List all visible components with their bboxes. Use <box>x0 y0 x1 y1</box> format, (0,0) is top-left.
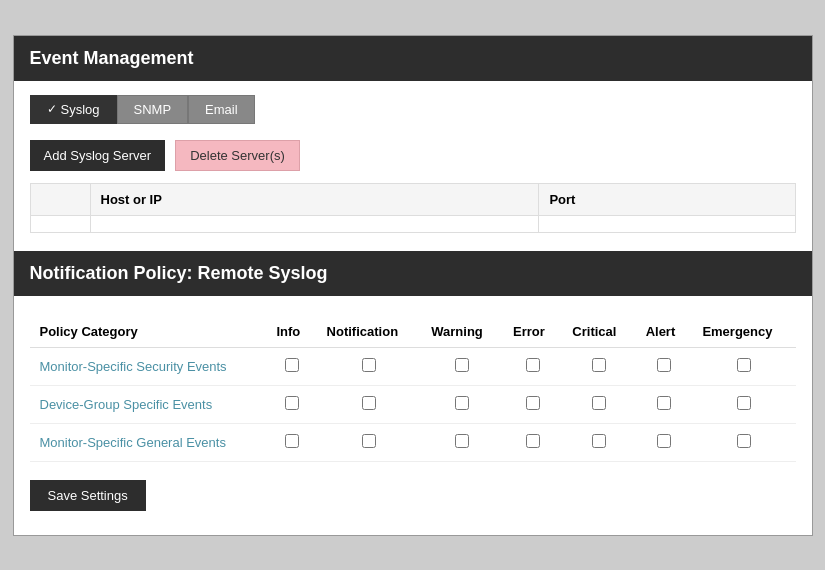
save-settings-button[interactable]: Save Settings <box>30 480 146 511</box>
policy-checkbox-cell <box>562 423 635 461</box>
policy-checkbox-cell <box>317 385 422 423</box>
policy-checkbox-cell <box>266 385 316 423</box>
policy-checkbox-cell <box>421 423 503 461</box>
policy-col-category: Policy Category <box>30 316 267 348</box>
policy-checkbox[interactable] <box>362 434 376 448</box>
notification-policy-header: Notification Policy: Remote Syslog <box>14 251 812 296</box>
policy-checkbox[interactable] <box>455 358 469 372</box>
action-row: Add Syslog Server Delete Server(s) <box>30 140 796 171</box>
policy-col-notification: Notification <box>317 316 422 348</box>
notification-section-content: Policy Category Info Notification Warnin… <box>14 296 812 535</box>
policy-checkbox-cell <box>266 423 316 461</box>
server-table-col-host: Host or IP <box>90 183 539 215</box>
policy-name-link[interactable]: Device-Group Specific Events <box>40 397 213 412</box>
policy-col-info: Info <box>266 316 316 348</box>
policy-name-link[interactable]: Monitor-Specific Security Events <box>40 359 227 374</box>
policy-row-name: Monitor-Specific General Events <box>30 423 267 461</box>
policy-checkbox[interactable] <box>285 434 299 448</box>
policy-checkbox-cell <box>692 385 795 423</box>
policy-checkbox-cell <box>503 385 562 423</box>
policy-col-alert: Alert <box>636 316 693 348</box>
policy-checkbox[interactable] <box>657 396 671 410</box>
page-title: Event Management <box>30 48 194 68</box>
policy-checkbox-cell <box>562 385 635 423</box>
tab-syslog[interactable]: ✓ Syslog <box>30 95 117 124</box>
policy-col-critical: Critical <box>562 316 635 348</box>
policy-checkbox-cell <box>503 347 562 385</box>
policy-checkbox-cell <box>503 423 562 461</box>
delete-servers-button[interactable]: Delete Server(s) <box>175 140 300 171</box>
policy-checkbox-cell <box>692 347 795 385</box>
policy-checkbox-cell <box>317 423 422 461</box>
policy-checkbox[interactable] <box>737 358 751 372</box>
policy-checkbox-cell <box>636 385 693 423</box>
policy-checkbox-cell <box>266 347 316 385</box>
add-syslog-server-button[interactable]: Add Syslog Server <box>30 140 166 171</box>
policy-table: Policy Category Info Notification Warnin… <box>30 316 796 462</box>
server-table-empty-row <box>30 215 795 232</box>
main-container: Event Management ✓ Syslog SNMP Email Add… <box>13 35 813 536</box>
tab-snmp-label: SNMP <box>134 102 172 117</box>
policy-table-row: Monitor-Specific General Events <box>30 423 796 461</box>
tab-email[interactable]: Email <box>188 95 255 124</box>
policy-name-link[interactable]: Monitor-Specific General Events <box>40 435 226 450</box>
policy-checkbox-cell <box>421 385 503 423</box>
syslog-check-icon: ✓ <box>47 102 57 116</box>
policy-row-name: Device-Group Specific Events <box>30 385 267 423</box>
tab-snmp[interactable]: SNMP <box>117 95 189 124</box>
server-table-col-port: Port <box>539 183 795 215</box>
policy-checkbox[interactable] <box>526 434 540 448</box>
policy-checkbox-cell <box>421 347 503 385</box>
policy-checkbox[interactable] <box>657 434 671 448</box>
policy-checkbox[interactable] <box>592 358 606 372</box>
policy-checkbox[interactable] <box>737 434 751 448</box>
policy-checkbox[interactable] <box>455 434 469 448</box>
policy-col-emergency: Emergency <box>692 316 795 348</box>
policy-checkbox[interactable] <box>657 358 671 372</box>
policy-col-warning: Warning <box>421 316 503 348</box>
top-section: ✓ Syslog SNMP Email Add Syslog Server De… <box>14 81 812 251</box>
tabs-row: ✓ Syslog SNMP Email <box>30 95 796 124</box>
tab-email-label: Email <box>205 102 238 117</box>
policy-checkbox[interactable] <box>455 396 469 410</box>
tab-syslog-label: Syslog <box>61 102 100 117</box>
policy-checkbox-cell <box>562 347 635 385</box>
policy-table-row: Monitor-Specific Security Events <box>30 347 796 385</box>
policy-checkbox[interactable] <box>737 396 751 410</box>
policy-checkbox[interactable] <box>526 396 540 410</box>
server-table: Host or IP Port <box>30 183 796 233</box>
policy-checkbox[interactable] <box>362 396 376 410</box>
server-table-col-checkbox <box>30 183 90 215</box>
policy-checkbox[interactable] <box>362 358 376 372</box>
policy-checkbox-cell <box>636 347 693 385</box>
policy-table-row: Device-Group Specific Events <box>30 385 796 423</box>
policy-checkbox[interactable] <box>285 358 299 372</box>
policy-checkbox[interactable] <box>592 434 606 448</box>
event-management-header: Event Management <box>14 36 812 81</box>
policy-row-name: Monitor-Specific Security Events <box>30 347 267 385</box>
policy-col-error: Error <box>503 316 562 348</box>
policy-checkbox[interactable] <box>285 396 299 410</box>
policy-checkbox[interactable] <box>526 358 540 372</box>
policy-checkbox-cell <box>317 347 422 385</box>
policy-checkbox-cell <box>636 423 693 461</box>
policy-checkbox-cell <box>692 423 795 461</box>
policy-checkbox[interactable] <box>592 396 606 410</box>
notification-title: Notification Policy: Remote Syslog <box>30 263 328 283</box>
